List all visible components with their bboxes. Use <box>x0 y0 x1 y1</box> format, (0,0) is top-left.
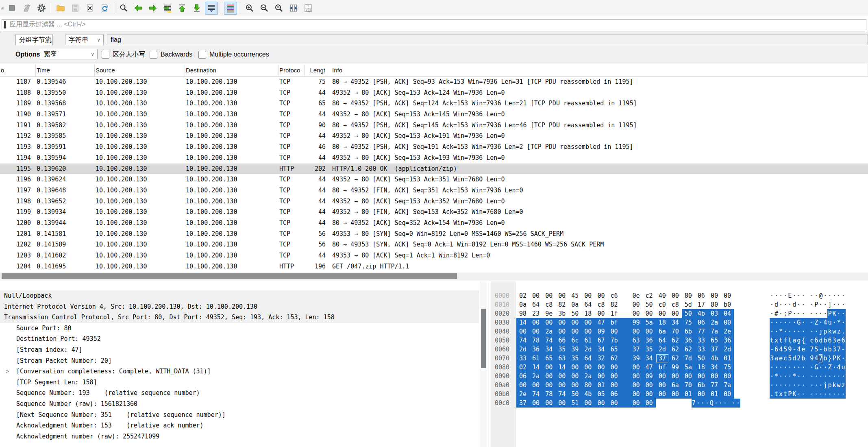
column-header-no[interactable]: o. <box>0 64 36 76</box>
hex-row-0090[interactable]: 0090062a0000002a00000009000000000000·*··… <box>491 372 846 381</box>
ascii-char[interactable]: P <box>788 390 792 399</box>
packet-row-1197[interactable]: 11970.13964810.100.200.13010.100.200.130… <box>0 185 868 196</box>
colorize-icon[interactable] <box>224 2 237 15</box>
ascii-char[interactable]: 7 <box>836 345 841 354</box>
hex-byte[interactable]: 00 <box>555 399 568 408</box>
hex-byte[interactable]: 00 <box>555 327 568 336</box>
ascii-char[interactable]: · <box>796 381 801 390</box>
ascii-char[interactable]: 6 <box>827 336 832 345</box>
checkbox-box-icon[interactable] <box>102 51 109 59</box>
hex-byte[interactable]: 62 <box>669 354 682 363</box>
hex-byte[interactable]: 34 <box>542 345 555 354</box>
hex-byte[interactable]: 7a <box>708 327 721 336</box>
detail-line-3[interactable]: Source Port: 80 <box>0 323 479 334</box>
hex-byte[interactable]: 00 <box>568 327 581 336</box>
ascii-char[interactable]: · <box>774 318 779 327</box>
hex-byte[interactable]: 14 <box>555 363 568 372</box>
hex-byte[interactable]: 4b <box>708 354 721 363</box>
hex-byte[interactable]: 6c <box>568 336 581 345</box>
hex-byte[interactable]: 35 <box>643 345 656 354</box>
ascii-char[interactable]: · <box>783 327 788 336</box>
hex-byte[interactable]: 65 <box>607 345 620 354</box>
ascii-char[interactable]: · <box>718 399 723 408</box>
ascii-char[interactable]: · <box>783 291 788 300</box>
hex-byte[interactable]: c2 <box>643 291 656 300</box>
hex-byte[interactable]: 00 <box>695 372 708 381</box>
expand-chevron-icon[interactable]: > <box>6 366 9 377</box>
checkbox-multiple-occurrences[interactable]: Multiple occurrences <box>198 49 269 60</box>
ascii-char[interactable]: P <box>788 309 792 318</box>
ascii-char[interactable]: · <box>792 381 796 390</box>
ascii-char[interactable]: b <box>823 345 827 354</box>
hex-byte[interactable]: 80 <box>581 381 594 390</box>
ascii-char[interactable]: f <box>783 336 788 345</box>
ascii-char[interactable]: · <box>823 300 827 309</box>
capture-options-icon[interactable] <box>35 2 48 15</box>
hex-byte[interactable]: 98 <box>516 309 529 318</box>
hex-byte[interactable]: 00 <box>542 372 555 381</box>
hex-byte[interactable]: 00 <box>581 318 594 327</box>
hex-row-0020[interactable]: 002098239e3b5018001f00000000504b0304·#·;… <box>491 309 846 318</box>
ascii-char[interactable]: · <box>796 309 801 318</box>
ascii-char[interactable]: * <box>792 372 796 381</box>
hex-byte[interactable]: 00 <box>643 390 656 399</box>
ascii-char[interactable]: · <box>783 372 788 381</box>
display-filter-input[interactable]: 应用显示过滤器 ... <Ctrl-/> <box>2 19 866 30</box>
hex-byte[interactable]: 00 <box>669 372 682 381</box>
ascii-char[interactable]: P <box>827 309 832 318</box>
detail-line-9[interactable]: Sequence Number: 193 (relative sequence … <box>0 388 479 399</box>
ascii-char[interactable]: K <box>836 354 841 363</box>
hex-byte[interactable]: 35 <box>555 345 568 354</box>
hex-byte[interactable]: 65 <box>542 354 555 363</box>
hex-byte[interactable]: 2d <box>516 345 529 354</box>
hex-byte[interactable]: 00 <box>594 372 607 381</box>
ascii-char[interactable]: · <box>770 309 774 318</box>
hex-row-0040[interactable]: 004000002a000000090000006a706b777a2e··*·… <box>491 327 846 336</box>
hex-byte[interactable]: 00 <box>529 291 542 300</box>
packet-row-1203[interactable]: 12030.14160210.100.200.13010.100.200.130… <box>0 250 868 261</box>
hex-byte[interactable]: 99 <box>669 363 682 372</box>
detail-line-8[interactable]: [TCP Segment Len: 158] <box>0 377 479 388</box>
ascii-char[interactable]: · <box>841 309 845 318</box>
hex-byte[interactable]: 00 <box>594 363 607 372</box>
hex-byte[interactable]: 2a <box>581 372 594 381</box>
packet-row-1201[interactable]: 12010.14158110.100.200.13010.100.200.130… <box>0 229 868 240</box>
packet-row-1199[interactable]: 11990.13993410.100.200.13010.100.200.130… <box>0 207 868 218</box>
hex-byte[interactable]: 09 <box>643 372 656 381</box>
hex-row-0080[interactable]: 008002140014000000000047bf995a183475····… <box>491 363 846 372</box>
hex-byte[interactable]: 00 <box>721 318 734 327</box>
column-header-source[interactable]: Source <box>95 64 185 76</box>
hex-byte[interactable]: 78 <box>529 336 542 345</box>
hex-byte[interactable]: 00 <box>516 327 529 336</box>
hex-byte[interactable]: 2a <box>542 327 555 336</box>
hex-byte[interactable]: 61 <box>529 354 542 363</box>
hex-byte[interactable]: 00 <box>656 309 669 318</box>
hex-byte[interactable]: 00 <box>669 390 682 399</box>
hex-byte[interactable]: 62 <box>607 354 620 363</box>
ascii-char[interactable]: j <box>823 381 827 390</box>
hex-byte[interactable]: 00 <box>529 327 542 336</box>
ascii-char[interactable]: 3 <box>832 345 836 354</box>
ascii-char[interactable]: c <box>783 354 788 363</box>
ascii-char[interactable]: · <box>779 363 783 372</box>
ascii-char[interactable]: · <box>801 300 805 309</box>
hex-byte[interactable]: 18 <box>695 363 708 372</box>
hex-byte[interactable]: 00 <box>607 381 620 390</box>
hex-byte[interactable]: 00 <box>607 327 620 336</box>
ascii-char[interactable]: · <box>788 300 792 309</box>
hex-byte[interactable]: 00 <box>581 291 594 300</box>
ascii-char[interactable]: z <box>841 381 845 390</box>
ascii-char[interactable]: · <box>823 372 827 381</box>
packet-row-1198[interactable]: 11980.13965210.100.200.13010.100.200.130… <box>0 196 868 207</box>
ascii-char[interactable]: · <box>779 309 783 318</box>
hex-byte[interactable]: 63 <box>621 336 643 345</box>
hex-byte[interactable]: 2e <box>516 390 529 399</box>
search-in-dropdown[interactable]: 分组字节流 ∨ <box>15 35 53 45</box>
ascii-char[interactable]: · <box>801 291 805 300</box>
ascii-char[interactable]: · <box>774 327 779 336</box>
ascii-char[interactable]: · <box>788 381 792 390</box>
ascii-char[interactable]: P <box>814 300 818 309</box>
hex-byte[interactable]: 18 <box>656 318 669 327</box>
ascii-char[interactable]: 4 <box>814 354 818 363</box>
column-header-info[interactable]: Info <box>327 64 868 76</box>
